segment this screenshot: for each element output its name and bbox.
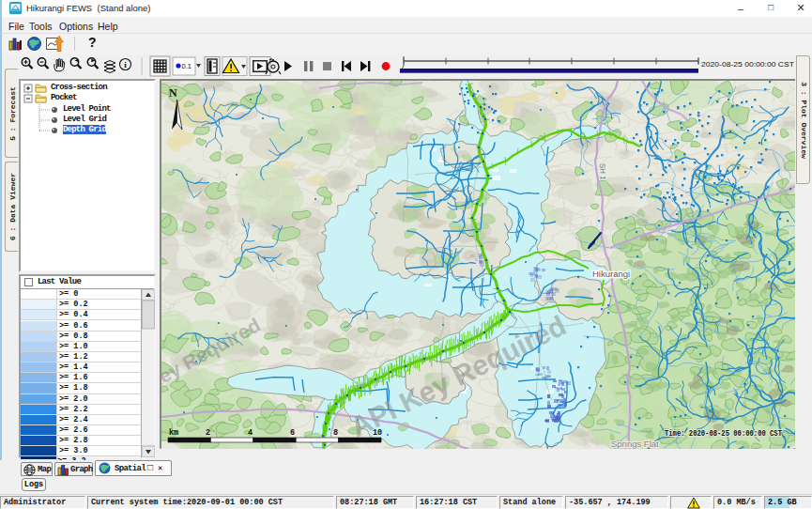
svg-text:10: 10: [373, 428, 382, 438]
svg-text:SH 1: SH 1: [598, 163, 607, 181]
svg-text:Springs Flat: Springs Flat: [611, 439, 659, 449]
svg-text:Time: 2020-08-25 00:00:00 CST: Time: 2020-08-25 00:00:00 CST: [665, 429, 782, 439]
svg-text:i: i: [124, 60, 127, 69]
svg-text:4: 4: [248, 428, 253, 438]
svg-text:N: N: [169, 86, 177, 100]
svg-text:2: 2: [206, 428, 210, 438]
svg-text:8: 8: [333, 428, 338, 438]
svg-text:km: km: [169, 428, 178, 438]
svg-text:Hikurangi: Hikurangi: [592, 269, 630, 279]
svg-text:6: 6: [290, 428, 295, 438]
svg-text:0.1: 0.1: [182, 62, 192, 70]
svg-text:2020-08-25 00:00:00 CST: 2020-08-25 00:00:00 CST: [701, 60, 794, 69]
